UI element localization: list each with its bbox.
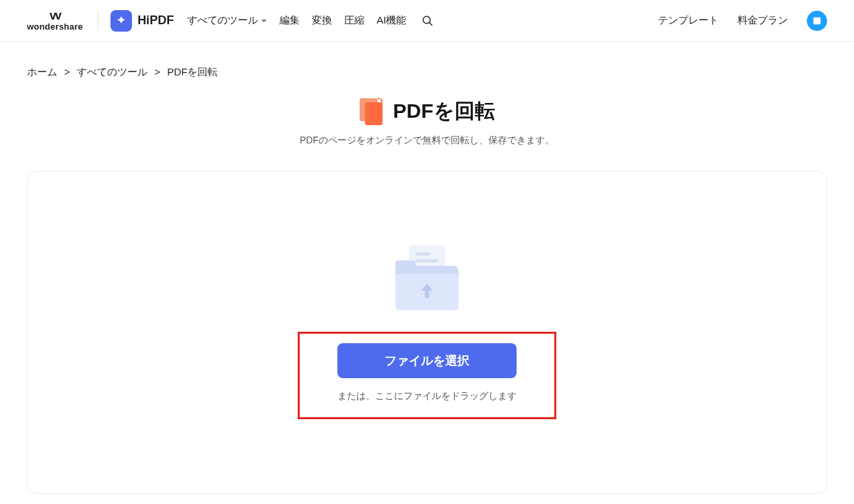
wondershare-mark-icon: vv — [50, 9, 61, 22]
drag-drop-hint: または、ここにファイルをドラッグします — [337, 390, 517, 402]
nav-pricing-label: 料金プラン — [737, 14, 788, 26]
header-separator — [98, 11, 98, 30]
hipdf-logo[interactable]: HiPDF — [110, 10, 174, 32]
wondershare-label: wondershare — [27, 22, 83, 32]
breadcrumb-current: PDFを回転 — [167, 66, 218, 77]
hipdf-icon — [110, 10, 132, 32]
nav-convert-label: 変換 — [312, 14, 332, 27]
main-nav: すべてのツール 編集 変換 圧縮 AI機能 — [187, 14, 434, 28]
breadcrumb-sep: > — [64, 66, 70, 77]
breadcrumb-all-tools[interactable]: すべてのツール — [77, 66, 147, 77]
nav-convert[interactable]: 変換 — [312, 14, 332, 27]
nav-compress[interactable]: 圧縮 — [344, 14, 364, 27]
breadcrumb-sep: > — [154, 66, 160, 77]
nav-templates[interactable]: テンプレート — [658, 14, 719, 27]
breadcrumb-home[interactable]: ホーム — [27, 66, 57, 77]
search-icon — [422, 15, 434, 27]
nav-edit[interactable]: 編集 — [280, 14, 300, 27]
nav-all-tools[interactable]: すべてのツール — [187, 14, 267, 27]
rotate-pdf-icon — [360, 98, 383, 125]
app-launcher-button[interactable] — [807, 11, 827, 31]
chevron-down-icon — [261, 17, 267, 24]
nav-ai[interactable]: AI機能 — [376, 14, 406, 27]
svg-point-0 — [424, 16, 431, 24]
nav-ai-label: AI機能 — [376, 14, 406, 27]
header-bar: vv wondershare HiPDF すべてのツール 編集 変換 圧縮 AI… — [0, 0, 854, 42]
nav-all-tools-label: すべてのツール — [187, 14, 258, 27]
upload-folder-icon — [390, 246, 464, 313]
page-body: ホーム > すべてのツール > PDFを回転 PDFを回転 PDFのページをオン… — [0, 42, 854, 504]
page-subtitle: PDFのページをオンラインで無料で回転し、保存できます。 — [27, 135, 827, 147]
upload-highlight-box: ファイルを選択 または、ここにファイルをドラッグします — [298, 332, 556, 419]
select-file-button[interactable]: ファイルを選択 — [337, 343, 517, 378]
breadcrumb: ホーム > すべてのツール > PDFを回転 — [27, 66, 827, 79]
page-title: PDFを回転 — [393, 98, 495, 125]
page-title-row: PDFを回転 — [27, 98, 827, 125]
nav-compress-label: 圧縮 — [344, 14, 364, 27]
upload-card: ファイルを選択 または、ここにファイルをドラッグします — [27, 171, 827, 494]
header-right: テンプレート 料金プラン — [658, 11, 827, 31]
wondershare-logo[interactable]: vv wondershare — [27, 9, 83, 32]
hipdf-label: HiPDF — [137, 13, 174, 28]
svg-line-1 — [430, 22, 433, 26]
nav-templates-label: テンプレート — [658, 14, 719, 26]
nav-pricing[interactable]: 料金プラン — [737, 14, 788, 27]
nav-edit-label: 編集 — [280, 14, 300, 27]
app-launcher-icon — [812, 15, 822, 26]
search-button[interactable] — [421, 14, 434, 28]
